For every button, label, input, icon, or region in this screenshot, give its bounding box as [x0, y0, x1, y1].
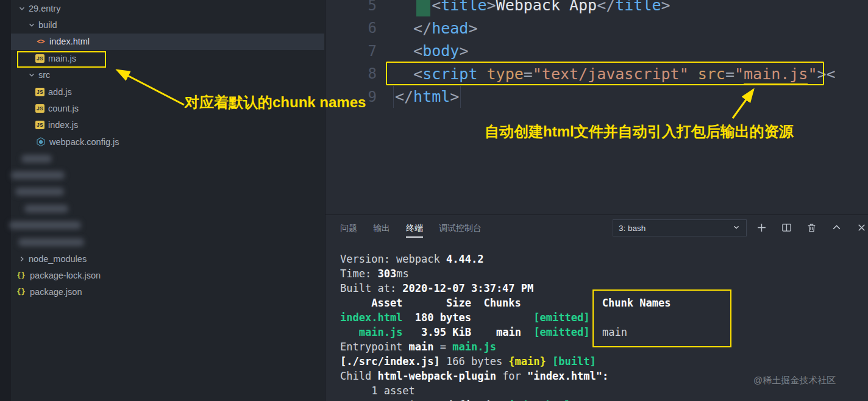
panel-actions: [756, 222, 867, 233]
terminal-text-segment: [emitted]: [533, 326, 589, 338]
kill-terminal-icon[interactable]: [806, 222, 817, 233]
terminal-text-segment: html-webpack-plugin: [377, 370, 496, 382]
terminal-panel: 问题输出终端调试控制台 3: bash Version: webpack 4.4…: [326, 215, 868, 401]
panel-tab-output[interactable]: 输出: [373, 218, 390, 238]
tree-item-package-lock.json[interactable]: {}package-lock.json: [11, 267, 324, 283]
terminal-text-segment: 166 bytes: [446, 355, 508, 367]
tree-item-label: count.js: [48, 104, 79, 113]
terminal-text-segment: 2020-12-07 3:37:47 PM: [402, 282, 533, 294]
code-line-6[interactable]: 6</head>: [326, 17, 868, 40]
js-file-icon: JS: [35, 121, 44, 129]
terminal-line: Entrypoint undefined = index.html: [340, 398, 671, 401]
panel-tab-problems[interactable]: 问题: [340, 218, 357, 238]
tree-item-redacted[interactable]: [11, 183, 324, 200]
code-token: <: [827, 65, 836, 83]
terminal-line: 1 asset: [340, 383, 671, 398]
tree-item-label: src: [38, 70, 50, 80]
line-number: 5: [326, 0, 377, 14]
code-token: <: [432, 0, 441, 14]
split-terminal-icon[interactable]: [781, 222, 792, 233]
chunk-names-highlight-box: [592, 289, 731, 347]
annotation-html-note: 自动创建html文件并自动引入打包后输出的资源: [485, 122, 794, 141]
tree-item-src[interactable]: src: [11, 67, 324, 83]
shell-selector-dropdown[interactable]: 3: bash: [613, 219, 747, 236]
chevron-right-icon: [17, 254, 27, 264]
html-file-icon: <>: [35, 37, 46, 46]
code-token: head: [432, 20, 468, 37]
terminal-text-segment: Built at:: [340, 282, 402, 294]
maximize-panel-icon[interactable]: [831, 222, 842, 233]
redacted-filename: [24, 205, 68, 213]
redacted-filename: [9, 221, 81, 229]
terminal-text-segment: Entrypoint: [340, 341, 409, 353]
terminal-text-segment: [402, 311, 414, 324]
json-file-icon: {}: [16, 271, 26, 280]
shell-selector-label: 3: bash: [619, 224, 646, 233]
code-token: </: [597, 0, 615, 14]
terminal-text-segment: [471, 311, 533, 324]
close-panel-icon[interactable]: [856, 222, 867, 233]
tree-item-redacted[interactable]: [11, 151, 324, 167]
terminal-text-segment: 180 bytes: [415, 311, 471, 324]
tree-item-label: build: [38, 20, 57, 30]
sidebar-left-strip: [0, 0, 11, 401]
chevron-down-icon: [17, 4, 27, 13]
tree-item-redacted[interactable]: [11, 200, 324, 217]
file-tree: 29.entrybuild<>index.htmlJSmain.jssrcJSa…: [11, 0, 324, 300]
code-text: <title>Webpack App</title>: [395, 0, 671, 14]
terminal-text-segment: [402, 326, 421, 338]
code-line-7[interactable]: 7<body>: [326, 40, 868, 63]
indent-guide: [393, 86, 394, 108]
tree-item-label: webpack.config.js: [49, 137, 119, 147]
code-token: title: [441, 0, 486, 14]
new-terminal-icon[interactable]: [756, 222, 767, 233]
tree-item-redacted[interactable]: [11, 217, 324, 233]
terminal-text-segment: for: [496, 370, 527, 382]
code-text: <body>: [395, 42, 468, 60]
terminal-text-segment: [471, 326, 496, 338]
terminal-text-segment: =: [434, 341, 453, 353]
chevron-down-icon: [732, 223, 741, 233]
terminal-text-segment: main: [409, 341, 434, 353]
terminal-text-segment: 303: [377, 268, 396, 280]
tree-item-redacted[interactable]: [11, 167, 324, 183]
code-token: >: [487, 0, 496, 14]
terminal-text-segment: [340, 326, 359, 338]
code-token: title: [615, 0, 661, 14]
tree-item-index.js[interactable]: JSindex.js: [11, 117, 324, 133]
chevron-down-icon: [27, 20, 37, 30]
tree-item-label: 29.entry: [29, 4, 60, 13]
code-token: >: [468, 20, 477, 37]
tree-item-index.html[interactable]: <>index.html: [11, 34, 324, 50]
tree-item-package.json[interactable]: {}package.json: [11, 284, 324, 300]
tree-item-build[interactable]: build: [11, 16, 324, 33]
chevron-down-icon: [27, 70, 37, 80]
json-file-icon: {}: [16, 287, 26, 297]
code-token: body: [422, 42, 459, 60]
tree-item-webpack.config.js[interactable]: webpack.config.js: [11, 133, 324, 150]
tree-item-29.entry[interactable]: 29.entry: [11, 0, 324, 16]
terminal-text-segment: [emitted]: [533, 311, 589, 324]
panel-tab-terminal[interactable]: 终端: [406, 218, 423, 238]
code-token: Webpack App: [496, 0, 597, 14]
js-file-icon: JS: [35, 88, 44, 96]
script-tag-highlight-box: [386, 62, 824, 85]
panel-tab-debug-console[interactable]: 调试控制台: [439, 218, 482, 238]
tree-item-node_modules[interactable]: node_modules: [11, 250, 324, 267]
watermark: @稀土掘金技术社区: [753, 375, 836, 386]
terminal-text-segment: Version: webpack: [340, 253, 446, 265]
code-line-9[interactable]: 9</html>: [326, 85, 868, 108]
terminal-line: Child html-webpack-plugin for "index.htm…: [340, 369, 671, 383]
code-line-5[interactable]: 5<title>Webpack App</title>: [326, 0, 868, 17]
code-text: </html>: [395, 88, 459, 105]
code-token: >: [661, 0, 671, 14]
redacted-filename: [18, 238, 84, 246]
redacted-filename: [21, 155, 52, 163]
tree-item-redacted[interactable]: [11, 233, 324, 250]
terminal-text-segment: Time:: [340, 268, 377, 280]
terminal-text-segment: main: [496, 326, 521, 338]
annotation-chunk-names: 对应着默认的chunk names: [185, 93, 366, 112]
redacted-filename: [15, 188, 64, 196]
code-editor[interactable]: 5<title>Webpack App</title>6</head>7<bod…: [326, 0, 868, 215]
code-text: </head>: [395, 20, 477, 37]
